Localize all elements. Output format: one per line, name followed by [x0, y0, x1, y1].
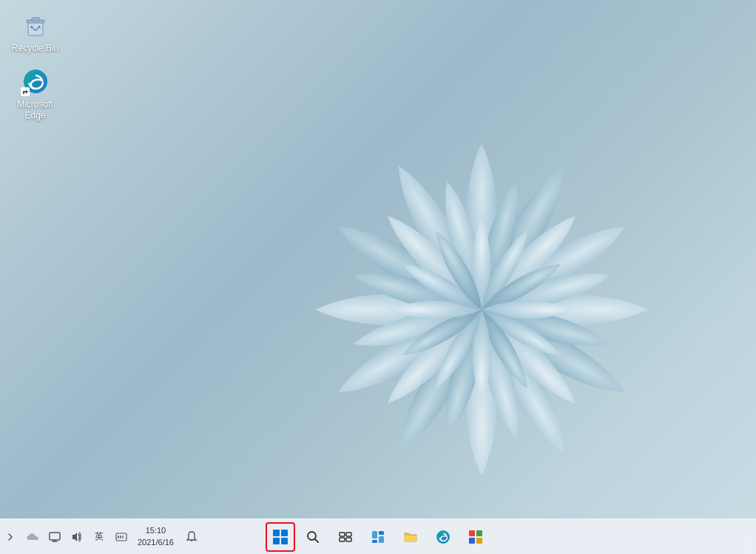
svg-rect-8 [340, 538, 345, 541]
task-view-icon [339, 530, 352, 544]
desktop-icons: Recycle Bin [7, 7, 63, 125]
file-explorer-icon [403, 530, 418, 544]
recycle-bin-label: Recycle Bin [12, 43, 58, 55]
widgets-button[interactable] [363, 522, 393, 552]
svg-rect-18 [469, 538, 475, 544]
svg-rect-10 [372, 531, 377, 538]
task-view-button[interactable] [331, 522, 360, 552]
ime-icon [115, 531, 127, 543]
shortcut-arrow [21, 87, 30, 96]
start-button[interactable] [266, 522, 295, 552]
clock-date: 2021/6/16 [138, 537, 174, 548]
notification-icon [186, 531, 198, 543]
language-tray-button[interactable]: 英 [89, 524, 109, 550]
edge-image [21, 67, 50, 96]
clock-display[interactable]: 15:10 2021/6/16 [133, 524, 178, 550]
wallpaper-bloom [223, 61, 740, 541]
svg-rect-6 [340, 533, 345, 536]
svg-rect-2 [32, 18, 39, 21]
store-button[interactable] [461, 522, 490, 552]
widgets-icon [371, 530, 385, 544]
volume-tray-icon[interactable] [67, 524, 87, 550]
svg-rect-17 [476, 530, 482, 536]
desktop: Recycle Bin [0, 0, 756, 554]
monitor-icon [49, 531, 61, 543]
recycle-bin-image [21, 10, 50, 40]
svg-line-5 [315, 538, 319, 542]
volume-icon [71, 531, 83, 543]
svg-rect-9 [346, 538, 351, 541]
ime-tray-button[interactable] [111, 524, 132, 550]
svg-rect-19 [476, 538, 482, 544]
notifications-tray-icon[interactable] [44, 524, 65, 550]
clock-time: 15:10 [146, 525, 166, 536]
edge-taskbar-button[interactable] [428, 522, 458, 552]
taskbar-right: 英 15:10 2021/6/16 [0, 522, 203, 552]
svg-rect-12 [372, 540, 377, 543]
edge-taskbar-icon [436, 530, 450, 544]
onedrive-tray-icon[interactable] [22, 524, 43, 550]
tray-overflow-button[interactable] [0, 524, 21, 550]
store-icon [468, 530, 483, 544]
taskbar: 英 15:10 2021/6/16 [0, 518, 756, 554]
svg-rect-16 [469, 530, 475, 536]
edge-label: Microsoft Edge [10, 99, 60, 122]
svg-rect-14 [405, 536, 416, 541]
svg-rect-0 [28, 22, 43, 36]
svg-rect-7 [346, 533, 351, 536]
svg-rect-20 [50, 533, 60, 540]
action-center-button[interactable] [180, 522, 203, 552]
svg-rect-11 [379, 531, 384, 535]
search-icon [306, 530, 320, 544]
file-explorer-button[interactable] [396, 522, 425, 552]
svg-rect-13 [379, 536, 384, 543]
cloud-icon [26, 532, 39, 542]
search-button[interactable] [298, 522, 328, 552]
microsoft-edge-icon[interactable]: Microsoft Edge [7, 64, 63, 125]
recycle-bin-icon[interactable]: Recycle Bin [7, 7, 63, 58]
taskbar-center [266, 522, 490, 552]
windows-logo [273, 530, 288, 544]
